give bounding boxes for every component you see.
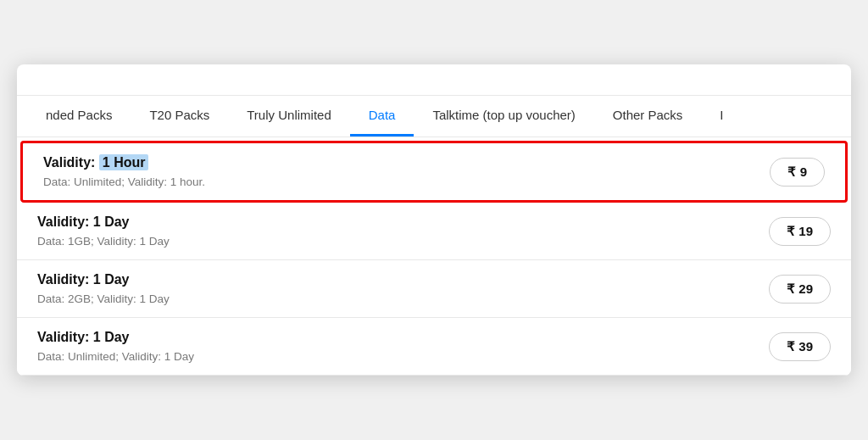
modal-header: [17, 64, 851, 96]
tab-data[interactable]: Data: [350, 96, 415, 136]
tab-more[interactable]: I: [701, 96, 742, 136]
plan-price-button-plan-3[interactable]: ₹ 29: [769, 275, 831, 304]
plan-validity-plan-1: Validity: 1 Hour: [43, 155, 770, 170]
plan-row-plan-3: Validity: 1 DayData: 2GB; Validity: 1 Da…: [17, 260, 851, 318]
plan-validity-value: 1 Hour: [99, 154, 149, 170]
plan-content-plan-1: Validity: 1 HourData: Unlimited; Validit…: [43, 155, 770, 188]
tab-truly-unlimited[interactable]: Truly Unlimited: [228, 96, 349, 136]
tab-other[interactable]: Other Packs: [594, 96, 702, 136]
plan-row-plan-2: Validity: 1 DayData: 1GB; Validity: 1 Da…: [17, 203, 851, 260]
tab-talktime[interactable]: Talktime (top up voucher): [414, 96, 593, 136]
plan-validity-plan-4: Validity: 1 Day: [37, 330, 769, 345]
plan-list: Validity: 1 HourData: Unlimited; Validit…: [17, 141, 851, 376]
plan-row-plan-4: Validity: 1 DayData: Unlimited; Validity…: [17, 318, 851, 376]
plan-price-button-plan-1[interactable]: ₹ 9: [770, 158, 825, 187]
plan-validity-label: Validity:: [37, 214, 93, 229]
plan-validity-label: Validity:: [37, 272, 93, 287]
plan-validity-plan-3: Validity: 1 Day: [37, 272, 769, 287]
plan-content-plan-4: Validity: 1 DayData: Unlimited; Validity…: [37, 330, 769, 363]
tabs-container: nded PacksT20 PacksTruly UnlimitedDataTa…: [17, 96, 851, 137]
plan-validity-label: Validity:: [37, 330, 93, 344]
plan-validity-value: 1 Day: [93, 330, 130, 344]
plan-description-plan-4: Data: Unlimited; Validity: 1 Day: [37, 350, 769, 363]
plan-description-plan-2: Data: 1GB; Validity: 1 Day: [37, 235, 769, 248]
tab-recommended[interactable]: nded Packs: [27, 96, 131, 136]
plan-validity-value: 1 Day: [93, 272, 130, 287]
plan-description-plan-3: Data: 2GB; Validity: 1 Day: [37, 292, 769, 305]
choose-plan-modal: nded PacksT20 PacksTruly UnlimitedDataTa…: [17, 64, 851, 376]
plan-content-plan-2: Validity: 1 DayData: 1GB; Validity: 1 Da…: [37, 214, 769, 248]
plan-validity-value: 1 Day: [93, 214, 130, 229]
plan-row-plan-1: Validity: 1 HourData: Unlimited; Validit…: [20, 141, 848, 203]
plan-price-button-plan-4[interactable]: ₹ 39: [769, 332, 831, 361]
plan-description-plan-1: Data: Unlimited; Validity: 1 hour.: [43, 175, 770, 188]
plan-price-button-plan-2[interactable]: ₹ 19: [769, 217, 831, 246]
plan-validity-label: Validity:: [43, 155, 99, 170]
tab-t20[interactable]: T20 Packs: [131, 96, 228, 136]
plan-validity-plan-2: Validity: 1 Day: [37, 214, 769, 230]
tabs-list: nded PacksT20 PacksTruly UnlimitedDataTa…: [27, 96, 743, 136]
close-button[interactable]: [821, 80, 831, 83]
plan-content-plan-3: Validity: 1 DayData: 2GB; Validity: 1 Da…: [37, 272, 769, 305]
